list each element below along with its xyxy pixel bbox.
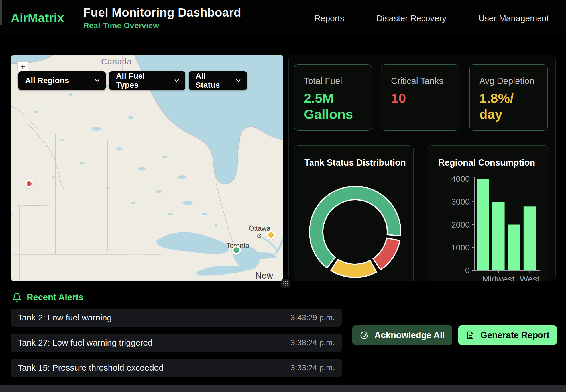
alert-row[interactable]: Tank 27: Low fuel warning triggered 3:38… xyxy=(11,334,342,352)
alerts-title: Recent Alerts xyxy=(27,292,84,303)
map-resize-handle[interactable] xyxy=(281,279,290,288)
generate-report-label: Generate Report xyxy=(481,330,550,340)
svg-text:3000: 3000 xyxy=(451,197,470,206)
tank-status-title: Tank Status Distribution xyxy=(294,146,413,168)
file-text-icon xyxy=(466,331,475,340)
svg-text:4000: 4000 xyxy=(451,174,470,183)
tank-marker-normal[interactable] xyxy=(232,246,241,255)
map-filters: All Regions All Fuel Types All Status xyxy=(18,71,247,90)
alerts-header: Recent Alerts xyxy=(12,292,84,303)
stat-card-total-fuel: Total Fuel 2.5M Gallons xyxy=(294,64,372,131)
region-filter-value: All Regions xyxy=(25,76,69,85)
grip-dots-icon xyxy=(282,280,289,287)
map-label-new-york: New York xyxy=(255,271,283,281)
main-nav: Reports Disaster Recovery User Managemen… xyxy=(314,0,549,36)
chevron-down-icon xyxy=(94,77,101,84)
chevron-down-icon xyxy=(173,77,180,84)
header: AirMatrix Fuel Monitoring Dashboard Real… xyxy=(0,0,566,36)
alert-message: Tank 2: Low fuel warning xyxy=(18,313,112,322)
alert-message: Tank 15: Pressure threshold exceeded xyxy=(18,363,164,373)
window-edge xyxy=(0,0,2,25)
alert-message: Tank 27: Low fuel warning triggered xyxy=(18,338,153,348)
acknowledge-all-label: Acknowledge All xyxy=(374,330,445,340)
svg-text:West: West xyxy=(520,274,539,281)
title-block: Fuel Monitoring Dashboard Real-Time Over… xyxy=(84,6,241,30)
page-title: Fuel Monitoring Dashboard xyxy=(84,6,241,19)
regional-consumption-card: 01000200030004000MidwestWest Regional Co… xyxy=(428,145,549,281)
fuel-type-filter-dropdown[interactable]: All Fuel Types xyxy=(109,71,185,90)
dashboard-panel: Total Fuel 2.5M Gallons Critical Tanks 1… xyxy=(288,55,556,281)
alert-time: 3:38:24 p.m. xyxy=(290,338,335,347)
fuel-monitoring-dashboard: AirMatrix Fuel Monitoring Dashboard Real… xyxy=(0,0,566,392)
chevron-down-icon xyxy=(235,77,242,84)
stat-value: 10 xyxy=(391,90,459,106)
alert-time: 3:43:29 p.m. xyxy=(290,313,335,322)
bell-icon xyxy=(12,293,22,302)
region-filter-dropdown[interactable]: All Regions xyxy=(18,71,106,90)
tank-status-card: Tank Status Distribution xyxy=(294,145,414,281)
page-subtitle: Real-Time Overview xyxy=(84,21,241,30)
status-filter-value: All Status xyxy=(196,72,230,90)
regional-consumption-title: Regional Consumption xyxy=(428,146,535,168)
stat-card-critical-tanks: Critical Tanks 10 xyxy=(381,64,459,131)
check-circle-icon xyxy=(360,331,369,340)
nav-disaster-recovery[interactable]: Disaster Recovery xyxy=(376,13,446,23)
map-zoom-in-button[interactable]: + xyxy=(17,61,28,72)
stat-value: 1.8%/ day xyxy=(479,90,547,122)
svg-text:Midwest: Midwest xyxy=(482,274,515,281)
svg-text:1000: 1000 xyxy=(451,243,470,252)
alert-row[interactable]: Tank 2: Low fuel warning 3:43:29 p.m. xyxy=(11,309,342,327)
tank-map[interactable]: Canada Ottawa Toronto New York + All Reg… xyxy=(11,55,283,281)
tank-marker-critical[interactable] xyxy=(25,179,33,188)
app-logo: AirMatrix xyxy=(11,11,64,25)
fuel-type-filter-value: All Fuel Types xyxy=(116,72,168,90)
stat-label: Avg Depletion xyxy=(479,76,547,86)
stat-card-avg-depletion: Avg Depletion 1.8%/ day xyxy=(469,64,548,131)
tank-status-donut xyxy=(307,183,404,280)
stat-value: 2.5M Gallons xyxy=(304,90,372,122)
generate-report-button[interactable]: Generate Report xyxy=(458,325,557,345)
tank-status-donut-wrap xyxy=(307,183,404,281)
tank-marker-warning[interactable] xyxy=(266,230,276,240)
nav-reports[interactable]: Reports xyxy=(314,13,344,23)
acknowledge-all-button[interactable]: Acknowledge All xyxy=(352,325,452,345)
map-label-ottawa: Ottawa xyxy=(249,224,270,232)
alert-row[interactable]: Tank 15: Pressure threshold exceeded 3:3… xyxy=(11,359,342,377)
alert-time: 3:33:24 p.m. xyxy=(290,363,335,372)
window-bottom-bar xyxy=(0,385,566,392)
svg-text:2000: 2000 xyxy=(451,220,470,229)
svg-text:0: 0 xyxy=(465,266,470,275)
stat-label: Total Fuel xyxy=(304,76,372,86)
map-label-canada: Canada xyxy=(101,57,132,66)
nav-user-management[interactable]: User Management xyxy=(479,13,549,23)
stat-label: Critical Tanks xyxy=(391,76,459,86)
status-filter-dropdown[interactable]: All Status xyxy=(189,71,247,90)
